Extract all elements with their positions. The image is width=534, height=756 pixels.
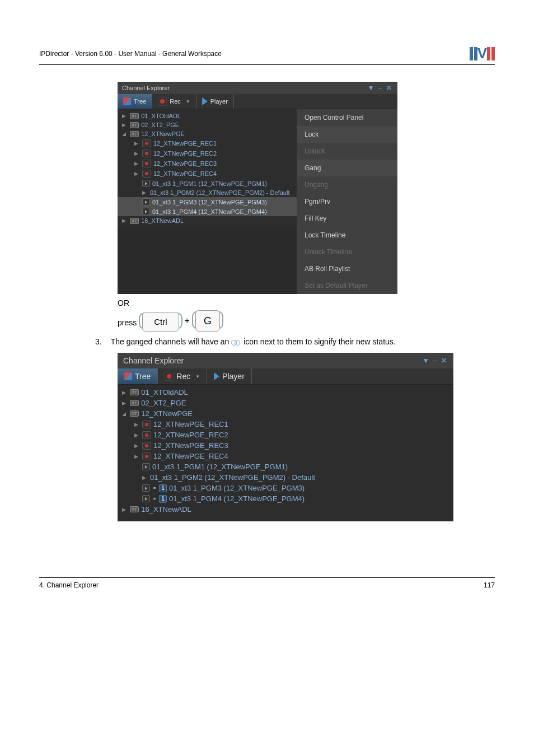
tree-node-rec[interactable]: ▶12_XTNewPGE_REC2 bbox=[118, 430, 453, 440]
panel-titlebar[interactable]: Channel Explorer ▼ – ✕ bbox=[118, 353, 453, 368]
player-tab-label: Player bbox=[222, 372, 245, 381]
xt-icon: XT bbox=[130, 218, 139, 224]
tree-node-server[interactable]: ▶XT02_XT2_PGE bbox=[118, 398, 453, 408]
xt-icon: XT bbox=[130, 389, 139, 395]
rec-channel-icon bbox=[142, 150, 151, 157]
ctx-fill-key[interactable]: Fill Key bbox=[297, 210, 397, 227]
play-channel-icon bbox=[142, 208, 150, 215]
tree-tab[interactable]: Tree bbox=[118, 94, 152, 109]
ctx-ab-roll-playlist[interactable]: AB Roll Playlist bbox=[297, 260, 397, 277]
page-header: IPDirector - Version 6.00 - User Manual … bbox=[39, 45, 495, 65]
xt-icon: XT bbox=[130, 122, 139, 128]
minimize-icon[interactable]: – bbox=[378, 84, 383, 92]
ctx-lock[interactable]: Lock bbox=[297, 126, 397, 143]
tree-node-rec[interactable]: ▶12_XTNewPGE_REC4 bbox=[118, 169, 297, 179]
tree-node-pgm-default[interactable]: ▶01_xt3 1_PGM2 (12_XTNewPGE_PGM2) - Defa… bbox=[118, 188, 297, 197]
rec-tab-label: Rec bbox=[170, 98, 181, 105]
tree-label: 02_XT2_PGE bbox=[141, 122, 179, 128]
rec-channel-icon bbox=[142, 421, 151, 428]
step-text-post: icon next to them to signify their new s… bbox=[243, 337, 396, 346]
rec-tab-label: Rec bbox=[176, 372, 190, 381]
play-channel-icon bbox=[142, 463, 150, 470]
tree-node-pgm-default[interactable]: ▶01_xt3 1_PGM2 (12_XTNewPGE_PGM2) - Defa… bbox=[118, 472, 453, 483]
rec-channel-icon bbox=[142, 139, 151, 147]
gang-icon: ⚭ bbox=[152, 485, 157, 491]
gang-group-icon: 1 bbox=[159, 495, 167, 503]
rec-icon bbox=[165, 372, 174, 381]
tree-node-pgm[interactable]: 01_xt3 1_PGM1 (12_XTNewPGE_PGM1) bbox=[118, 461, 453, 472]
tree-node-rec[interactable]: ▶12_XTNewPGE_REC2 bbox=[118, 148, 297, 158]
ctx-lock-timeline[interactable]: Lock Timeline bbox=[297, 227, 397, 244]
tree-node-pgm-selected[interactable]: 01_xt3 1_PGM4 (12_XTNewPGE_PGM4) bbox=[118, 207, 297, 216]
panel-titlebar[interactable]: Channel Explorer ▼ – ✕ bbox=[118, 82, 397, 94]
close-icon[interactable]: ✕ bbox=[386, 84, 393, 92]
footer-page-number: 117 bbox=[484, 581, 495, 589]
tree-tab[interactable]: Tree bbox=[118, 368, 158, 384]
tree-label: 12_XTNewPGE_REC3 bbox=[153, 160, 217, 167]
tree-node-rec[interactable]: ▶12_XTNewPGE_REC4 bbox=[118, 451, 453, 461]
xt-icon: XT bbox=[130, 506, 139, 512]
ctx-open-control-panel[interactable]: Open Control Panel bbox=[297, 109, 397, 126]
footer-chapter: 4. Channel Explorer bbox=[39, 581, 99, 589]
tree-node-pgm-ganged[interactable]: ⚭101_xt3 1_PGM4 (12_XTNewPGE_PGM4) bbox=[118, 493, 453, 504]
tree-node-pgm-selected[interactable]: 01_xt3 1_PGM3 (12_XTNewPGE_PGM3) bbox=[118, 197, 297, 207]
tree-label: 01_XTOldADL bbox=[141, 388, 188, 396]
channel-tree: ▶XT01_XTOldADL ▶XT02_XT2_PGE ◢XT12_XTNew… bbox=[118, 109, 297, 227]
g-key: G bbox=[192, 311, 223, 329]
step-3: 3. The ganged channels will have an icon… bbox=[95, 337, 495, 346]
tree-icon bbox=[123, 97, 131, 105]
pin-icon[interactable]: ▼ bbox=[368, 84, 376, 92]
gang-icon: ⚭ bbox=[152, 496, 157, 502]
header-title: IPDirector - Version 6.00 - User Manual … bbox=[39, 50, 222, 58]
ctx-pgm-prv[interactable]: Pgm/Prv bbox=[297, 193, 397, 210]
tree-node-rec[interactable]: ▶12_XTNewPGE_REC1 bbox=[118, 138, 297, 148]
rec-channel-icon bbox=[142, 442, 151, 450]
tree-label: 01_xt3 1_PGM2 (12_XTNewPGE_PGM2) - Defau… bbox=[150, 473, 315, 482]
tree-node-pgm-ganged[interactable]: ⚭101_xt3 1_PGM3 (12_XTNewPGE_PGM3) bbox=[118, 483, 453, 493]
tree-label: 12_XTNewPGE_REC1 bbox=[153, 420, 228, 428]
rec-channel-icon bbox=[142, 431, 151, 439]
tree-node-pgm[interactable]: 01_xt3 1_PGM1 (12_XTNewPGE_PGM1) bbox=[118, 179, 297, 188]
ctx-unlock-timeline: Unlock Timeline bbox=[297, 244, 397, 260]
or-label: OR bbox=[118, 298, 495, 307]
tree-label: 12_XTNewPGE bbox=[141, 409, 193, 418]
evs-logo: V bbox=[470, 45, 495, 62]
xt-icon: XT bbox=[130, 400, 139, 406]
tree-node-server[interactable]: ▶XT16_XTNewADL bbox=[118, 216, 297, 225]
tree-label: 01_xt3 1_PGM4 (12_XTNewPGE_PGM4) bbox=[169, 494, 305, 503]
ctx-unlock: Unlock bbox=[297, 143, 397, 160]
play-channel-icon bbox=[142, 180, 150, 187]
channel-explorer-panel-2: Channel Explorer ▼ – ✕ Tree Rec▼ Player … bbox=[118, 353, 453, 521]
rec-tab[interactable]: Rec▼ bbox=[152, 94, 196, 109]
tree-node-server-expanded[interactable]: ◢XT12_XTNewPGE bbox=[118, 408, 453, 419]
tree-node-server[interactable]: ▶XT01_XTOldADL bbox=[118, 111, 297, 120]
ctx-set-default-player: Set as Default Player bbox=[297, 277, 397, 294]
tree-node-server[interactable]: ▶XT02_XT2_PGE bbox=[118, 120, 297, 129]
tree-node-rec[interactable]: ▶12_XTNewPGE_REC3 bbox=[118, 440, 453, 451]
tree-node-server-expanded[interactable]: ◢XT12_XTNewPGE bbox=[118, 129, 297, 138]
tree-label: 16_XTNewADL bbox=[141, 505, 191, 514]
panel-toolbar: Tree Rec▼ Player bbox=[118, 368, 453, 385]
pin-icon[interactable]: ▼ bbox=[423, 357, 430, 365]
xt-icon: XT bbox=[130, 131, 139, 137]
close-icon[interactable]: ✕ bbox=[441, 357, 448, 365]
ctx-gang[interactable]: Gang bbox=[297, 160, 397, 176]
minimize-icon[interactable]: – bbox=[433, 357, 438, 365]
rec-channel-icon bbox=[142, 160, 151, 167]
step-text-pre: The ganged channels will have an bbox=[111, 337, 232, 346]
rec-tab[interactable]: Rec▼ bbox=[158, 368, 207, 384]
tree-label: 01_xt3 1_PGM2 (12_XTNewPGE_PGM2) - Defau… bbox=[150, 189, 289, 196]
player-tab[interactable]: Player bbox=[207, 368, 252, 384]
chevron-down-icon: ▼ bbox=[186, 99, 190, 104]
tree-label: 12_XTNewPGE_REC2 bbox=[153, 150, 217, 157]
context-menu: Open Control Panel Lock Unlock Gang Unga… bbox=[297, 109, 397, 294]
tree-node-server[interactable]: ▶XT16_XTNewADL bbox=[118, 504, 453, 515]
player-tab[interactable]: Player bbox=[196, 94, 234, 109]
tree-label: 16_XTNewADL bbox=[141, 217, 184, 224]
tree-node-rec[interactable]: ▶12_XTNewPGE_REC3 bbox=[118, 158, 297, 169]
tree-label: 12_XTNewPGE_REC1 bbox=[153, 140, 217, 147]
tree-node-rec[interactable]: ▶12_XTNewPGE_REC1 bbox=[118, 419, 453, 430]
tree-label: 12_XTNewPGE bbox=[141, 130, 185, 137]
tree-node-server[interactable]: ▶XT01_XTOldADL bbox=[118, 387, 453, 398]
ctrl-key: Ctrl bbox=[139, 312, 182, 329]
